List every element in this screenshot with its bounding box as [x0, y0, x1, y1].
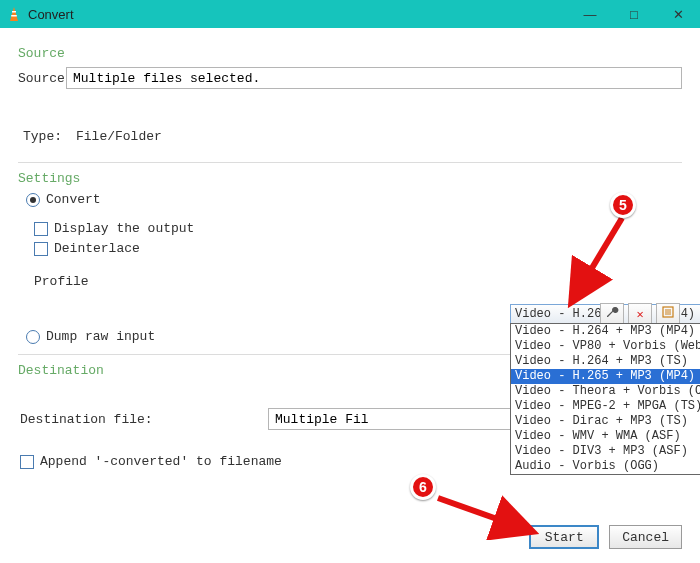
radio-icon	[26, 193, 40, 207]
source-input[interactable]	[66, 67, 682, 89]
window-maximize-button[interactable]: □	[612, 0, 656, 28]
separator	[18, 162, 682, 163]
deinterlace-label: Deinterlace	[54, 241, 140, 256]
profile-option[interactable]: Video - MPEG-2 + MPGA (TS)	[511, 399, 700, 414]
append-converted-label: Append '-converted' to filename	[40, 454, 282, 469]
checkbox-icon	[34, 222, 48, 236]
window-minimize-button[interactable]: —	[568, 0, 612, 28]
window-close-button[interactable]: ✕	[656, 0, 700, 28]
convert-radio-label: Convert	[46, 192, 101, 207]
profile-option[interactable]: Video - H.265 + MP3 (MP4)	[511, 369, 700, 384]
svg-marker-0	[10, 7, 18, 21]
source-group-label: Source	[18, 46, 682, 61]
titlebar: Convert — □ ✕	[0, 0, 700, 28]
profile-option[interactable]: Video - Dirac + MP3 (TS)	[511, 414, 700, 429]
annotation-badge-6: 6	[410, 474, 436, 500]
profile-label: Profile	[34, 274, 120, 289]
annotation-badge-5: 5	[610, 192, 636, 218]
cancel-button[interactable]: Cancel	[609, 525, 682, 549]
profile-option[interactable]: Video - Theora + Vorbis (OGG)	[511, 384, 700, 399]
svg-rect-1	[12, 11, 16, 13]
deinterlace-checkbox[interactable]: Deinterlace	[34, 241, 682, 256]
profile-option[interactable]: Video - VP80 + Vorbis (Webm)	[511, 339, 700, 354]
delete-x-icon: ✕	[636, 307, 643, 322]
new-profile-button[interactable]	[656, 303, 680, 325]
profile-option[interactable]: Video - H.264 + MP3 (MP4)	[511, 324, 700, 339]
edit-profile-button[interactable]	[600, 303, 624, 325]
profile-option[interactable]: Video - DIV3 + MP3 (ASF)	[511, 444, 700, 459]
source-label: Source:	[18, 71, 66, 86]
delete-profile-button[interactable]: ✕	[628, 303, 652, 325]
checkbox-icon	[34, 242, 48, 256]
wrench-icon	[605, 305, 619, 323]
svg-rect-2	[11, 15, 17, 17]
dump-raw-label: Dump raw input	[46, 329, 155, 344]
radio-icon	[26, 330, 40, 344]
profile-option[interactable]: Video - WMV + WMA (ASF)	[511, 429, 700, 444]
start-button[interactable]: Start	[529, 525, 599, 549]
vlc-cone-icon	[6, 6, 22, 22]
checkbox-icon	[20, 455, 34, 469]
profile-option[interactable]: Video - H.264 + MP3 (TS)	[511, 354, 700, 369]
type-value: File/Folder	[66, 129, 162, 144]
display-output-checkbox[interactable]: Display the output	[34, 221, 682, 236]
convert-radio[interactable]: Convert	[26, 192, 682, 207]
destination-file-label: Destination file:	[18, 412, 268, 427]
profile-dropdown-list: Video - H.264 + MP3 (MP4)Video - VP80 + …	[510, 323, 700, 475]
profile-option[interactable]: Audio - Vorbis (OGG)	[511, 459, 700, 474]
display-output-label: Display the output	[54, 221, 194, 236]
type-label: Type:	[18, 129, 66, 144]
settings-group-label: Settings	[18, 171, 682, 186]
svg-line-10	[438, 498, 528, 530]
window-title: Convert	[28, 7, 568, 22]
new-document-icon	[662, 306, 674, 322]
